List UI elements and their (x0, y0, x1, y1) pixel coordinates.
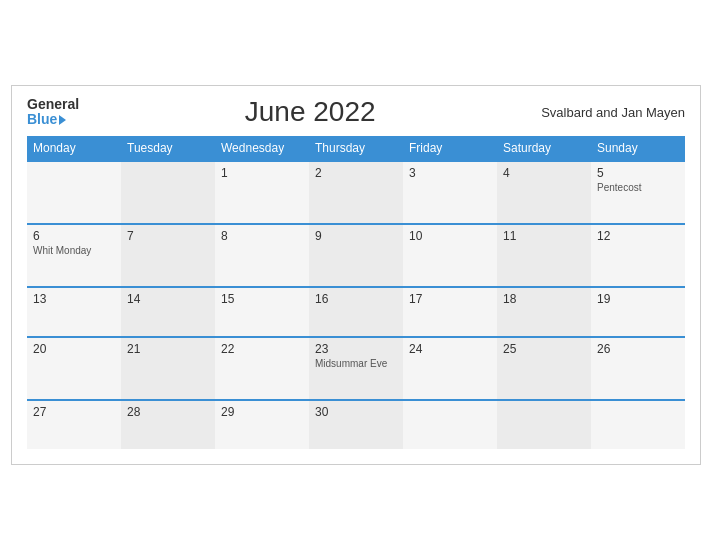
calendar-week-row: 13141516171819 (27, 287, 685, 337)
day-number: 24 (409, 342, 491, 356)
weekday-saturday: Saturday (497, 136, 591, 161)
day-number: 2 (315, 166, 397, 180)
day-number: 9 (315, 229, 397, 243)
calendar-cell: 12 (591, 224, 685, 287)
weekday-tuesday: Tuesday (121, 136, 215, 161)
day-number: 23 (315, 342, 397, 356)
logo: General Blue (27, 97, 79, 128)
calendar-cell: 2 (309, 161, 403, 224)
calendar-table: Monday Tuesday Wednesday Thursday Friday… (27, 136, 685, 449)
calendar-cell: 26 (591, 337, 685, 400)
calendar-cell: 18 (497, 287, 591, 337)
day-number: 11 (503, 229, 585, 243)
day-number: 17 (409, 292, 491, 306)
calendar-cell: 1 (215, 161, 309, 224)
day-event: Midsummar Eve (315, 358, 397, 369)
day-number: 27 (33, 405, 115, 419)
calendar-cell: 10 (403, 224, 497, 287)
calendar-week-row: 27282930 (27, 400, 685, 449)
weekday-header-row: Monday Tuesday Wednesday Thursday Friday… (27, 136, 685, 161)
calendar-cell: 7 (121, 224, 215, 287)
day-number: 12 (597, 229, 679, 243)
weekday-sunday: Sunday (591, 136, 685, 161)
calendar-cell: 15 (215, 287, 309, 337)
day-number: 15 (221, 292, 303, 306)
calendar-cell: 8 (215, 224, 309, 287)
calendar-week-row: 6Whit Monday789101112 (27, 224, 685, 287)
calendar-header: General Blue June 2022 Svalbard and Jan … (27, 96, 685, 128)
calendar-cell: 28 (121, 400, 215, 449)
day-number: 6 (33, 229, 115, 243)
day-number: 25 (503, 342, 585, 356)
calendar-region: Svalbard and Jan Mayen (541, 105, 685, 120)
day-number: 5 (597, 166, 679, 180)
day-number: 14 (127, 292, 209, 306)
calendar-title: June 2022 (245, 96, 376, 128)
calendar-cell: 16 (309, 287, 403, 337)
day-number: 1 (221, 166, 303, 180)
calendar-cell: 27 (27, 400, 121, 449)
weekday-monday: Monday (27, 136, 121, 161)
calendar-cell (497, 400, 591, 449)
calendar-cell (121, 161, 215, 224)
calendar-cell: 21 (121, 337, 215, 400)
day-number: 21 (127, 342, 209, 356)
calendar-cell: 22 (215, 337, 309, 400)
calendar-cell: 4 (497, 161, 591, 224)
calendar-cell (591, 400, 685, 449)
calendar-cell: 6Whit Monday (27, 224, 121, 287)
calendar-cell: 24 (403, 337, 497, 400)
day-number: 7 (127, 229, 209, 243)
logo-blue-text: Blue (27, 112, 79, 127)
day-event: Whit Monday (33, 245, 115, 256)
day-number: 8 (221, 229, 303, 243)
calendar-cell: 23Midsummar Eve (309, 337, 403, 400)
day-number: 20 (33, 342, 115, 356)
day-number: 13 (33, 292, 115, 306)
calendar-cell: 11 (497, 224, 591, 287)
calendar-cell: 17 (403, 287, 497, 337)
calendar-cell: 30 (309, 400, 403, 449)
logo-blue-label: Blue (27, 112, 57, 127)
day-number: 18 (503, 292, 585, 306)
calendar-cell: 13 (27, 287, 121, 337)
weekday-friday: Friday (403, 136, 497, 161)
day-number: 19 (597, 292, 679, 306)
weekday-wednesday: Wednesday (215, 136, 309, 161)
calendar-cell: 29 (215, 400, 309, 449)
calendar-cell (27, 161, 121, 224)
weekday-thursday: Thursday (309, 136, 403, 161)
calendar-cell: 20 (27, 337, 121, 400)
calendar-cell: 9 (309, 224, 403, 287)
day-number: 3 (409, 166, 491, 180)
day-number: 29 (221, 405, 303, 419)
day-number: 22 (221, 342, 303, 356)
calendar-container: General Blue June 2022 Svalbard and Jan … (11, 85, 701, 465)
day-number: 4 (503, 166, 585, 180)
calendar-cell: 5Pentecost (591, 161, 685, 224)
calendar-cell: 25 (497, 337, 591, 400)
calendar-cell: 19 (591, 287, 685, 337)
day-number: 26 (597, 342, 679, 356)
logo-triangle-icon (59, 115, 66, 125)
calendar-cell (403, 400, 497, 449)
calendar-week-row: 12345Pentecost (27, 161, 685, 224)
day-number: 30 (315, 405, 397, 419)
logo-general-text: General (27, 97, 79, 112)
calendar-cell: 3 (403, 161, 497, 224)
day-number: 28 (127, 405, 209, 419)
day-event: Pentecost (597, 182, 679, 193)
calendar-week-row: 20212223Midsummar Eve242526 (27, 337, 685, 400)
calendar-cell: 14 (121, 287, 215, 337)
day-number: 10 (409, 229, 491, 243)
day-number: 16 (315, 292, 397, 306)
